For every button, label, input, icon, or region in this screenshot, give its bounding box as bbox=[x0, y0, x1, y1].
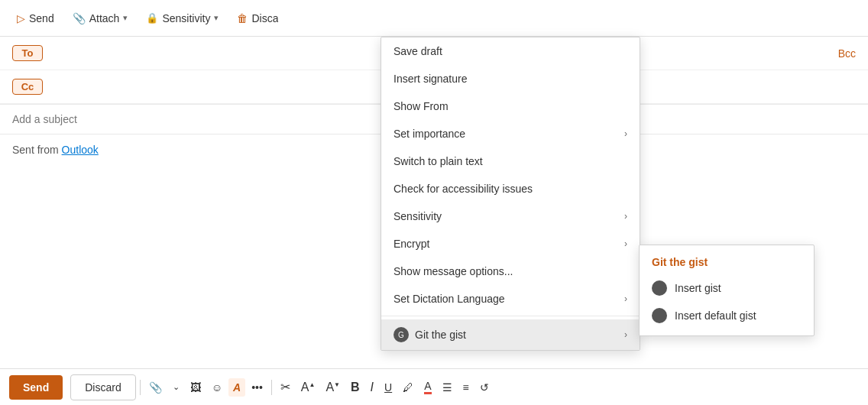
sensitivity-chevron-icon: ▾ bbox=[214, 13, 219, 23]
font-decrease-button[interactable]: A▼ bbox=[321, 377, 345, 397]
menu-item-git-gist[interactable]: G Git the gist › bbox=[381, 319, 640, 350]
send-icon: ▷ bbox=[17, 12, 25, 24]
menu-item-set-importance-label: Set importance bbox=[394, 128, 465, 140]
numbering-icon: ≡ bbox=[463, 381, 469, 394]
sensitivity-arrow-icon: › bbox=[624, 211, 627, 222]
git-gist-icon: G bbox=[394, 327, 409, 342]
submenu-insert-gist-label: Insert gist bbox=[675, 282, 721, 294]
git-gist-arrow-icon: › bbox=[624, 329, 627, 340]
cc-badge[interactable]: Cc bbox=[12, 79, 43, 95]
menu-item-save-draft[interactable]: Save draft bbox=[381, 37, 640, 65]
link-button[interactable]: A bbox=[228, 378, 245, 397]
underline-button[interactable]: U bbox=[380, 378, 397, 397]
send-button[interactable]: ▷ Send bbox=[9, 8, 62, 28]
bullets-icon: ☰ bbox=[442, 381, 452, 394]
bottom-discard-button[interactable]: Discard bbox=[70, 374, 135, 400]
menu-item-git-gist-label: Git the gist bbox=[415, 329, 466, 341]
submenu-title: Git the gist bbox=[640, 251, 814, 274]
font-increase-button[interactable]: A▲ bbox=[296, 377, 320, 397]
compose-window: ▷ Send 📎 Attach ▾ 🔒 Sensitivity ▾ 🗑 Disc… bbox=[0, 0, 868, 405]
highlight-button[interactable]: 🖊 bbox=[398, 378, 418, 397]
compose-toolbar: ▷ Send 📎 Attach ▾ 🔒 Sensitivity ▾ 🗑 Disc… bbox=[0, 0, 868, 37]
set-importance-arrow-icon: › bbox=[624, 128, 627, 139]
menu-item-switch-plain-text[interactable]: Switch to plain text bbox=[381, 147, 640, 175]
separator-left bbox=[271, 380, 272, 395]
image-button[interactable]: 🖼 bbox=[186, 378, 206, 397]
attach-chevron-icon: ▾ bbox=[123, 13, 128, 23]
menu-divider bbox=[381, 316, 640, 316]
submenu: Git the gist Insert gist Insert default … bbox=[639, 245, 815, 336]
menu-item-dictation-language[interactable]: Set Dictation Language › bbox=[381, 285, 640, 313]
italic-button[interactable]: I bbox=[366, 377, 378, 397]
menu-item-message-options[interactable]: Show message options... bbox=[381, 258, 640, 285]
more-options-button[interactable]: ••• bbox=[247, 378, 267, 397]
to-badge[interactable]: To bbox=[12, 45, 43, 61]
bottom-send-button[interactable]: Send bbox=[9, 375, 63, 400]
eraser-icon: ✂ bbox=[280, 380, 290, 394]
format-toolbar: Send Discard 📎 ⌄ 🖼 ☺ A ••• ✂ A▲ A▼ bbox=[0, 368, 868, 405]
insert-gist-icon bbox=[652, 280, 667, 296]
menu-item-accessibility-label: Check for accessibility issues bbox=[394, 183, 533, 195]
menu-item-sensitivity-label: Sensitivity bbox=[394, 210, 442, 222]
numbering-button[interactable]: ≡ bbox=[458, 378, 474, 397]
menu-item-dictation-language-label: Set Dictation Language bbox=[394, 293, 505, 305]
attach-button[interactable]: 📎 Attach ▾ bbox=[65, 8, 136, 28]
dictation-arrow-icon: › bbox=[624, 293, 627, 304]
send-label: Send bbox=[29, 12, 54, 24]
attach-chevron-btn[interactable]: ⌄ bbox=[168, 379, 184, 395]
link-icon: A bbox=[233, 381, 241, 394]
menu-item-encrypt-label: Encrypt bbox=[394, 238, 429, 250]
submenu-insert-default-gist-label: Insert default gist bbox=[675, 309, 756, 322]
emoji-icon: ☺ bbox=[212, 381, 222, 394]
menu-item-accessibility[interactable]: Check for accessibility issues bbox=[381, 175, 640, 202]
emoji-button[interactable]: ☺ bbox=[207, 378, 227, 397]
bullets-button[interactable]: ☰ bbox=[438, 378, 457, 397]
sent-from-label: Sent from bbox=[12, 144, 62, 156]
menu-item-insert-signature-label: Insert signature bbox=[394, 73, 468, 85]
sensitivity-label: Sensitivity bbox=[162, 12, 210, 24]
sensitivity-button[interactable]: 🔒 Sensitivity ▾ bbox=[138, 8, 226, 28]
menu-item-set-importance[interactable]: Set importance › bbox=[381, 120, 640, 147]
submenu-item-insert-default-gist[interactable]: Insert default gist bbox=[640, 302, 814, 329]
dropdown-menu: Save draft Insert signature Show From Se… bbox=[381, 37, 640, 351]
font-color-button[interactable]: A bbox=[419, 377, 436, 397]
bold-icon: B bbox=[351, 381, 360, 394]
attach-icon: 📎 bbox=[73, 12, 86, 24]
sensitivity-icon: 🔒 bbox=[146, 12, 158, 24]
discard-button[interactable]: 🗑 Disca bbox=[229, 8, 286, 28]
paperclip-button[interactable]: 📎 bbox=[144, 378, 167, 397]
paperclip-icon: 📎 bbox=[149, 381, 162, 394]
bold-button[interactable]: B bbox=[346, 377, 364, 397]
italic-icon: I bbox=[371, 381, 374, 394]
undo-icon: ↺ bbox=[480, 381, 489, 394]
attach-label: Attach bbox=[89, 12, 120, 24]
menu-item-show-from[interactable]: Show From bbox=[381, 92, 640, 120]
font-decrease-icon: A▼ bbox=[326, 381, 340, 394]
outlook-link[interactable]: Outlook bbox=[62, 144, 99, 156]
menu-item-sensitivity[interactable]: Sensitivity › bbox=[381, 202, 640, 230]
underline-icon: U bbox=[384, 381, 392, 394]
eraser-button[interactable]: ✂ bbox=[276, 377, 295, 397]
discard-label: Disca bbox=[251, 12, 278, 24]
more-options-icon: ••• bbox=[251, 381, 263, 394]
bcc-link[interactable]: Bcc bbox=[838, 47, 856, 60]
menu-item-encrypt[interactable]: Encrypt › bbox=[381, 230, 640, 258]
separator-1 bbox=[140, 380, 141, 395]
undo-button[interactable]: ↺ bbox=[475, 378, 494, 397]
encrypt-arrow-icon: › bbox=[624, 238, 627, 249]
menu-item-switch-plain-text-label: Switch to plain text bbox=[394, 155, 483, 167]
submenu-item-insert-gist[interactable]: Insert gist bbox=[640, 274, 814, 302]
menu-item-show-from-label: Show From bbox=[394, 100, 449, 112]
highlight-icon: 🖊 bbox=[403, 381, 413, 394]
attach-dropdown-icon: ⌄ bbox=[173, 382, 180, 392]
font-increase-icon: A▲ bbox=[301, 381, 316, 394]
discard-icon: 🗑 bbox=[237, 12, 248, 24]
font-color-icon: A bbox=[424, 380, 431, 394]
image-icon: 🖼 bbox=[190, 381, 201, 394]
menu-item-save-draft-label: Save draft bbox=[394, 45, 442, 57]
menu-item-insert-signature[interactable]: Insert signature bbox=[381, 65, 640, 92]
insert-default-gist-icon bbox=[652, 308, 667, 323]
menu-item-message-options-label: Show message options... bbox=[394, 265, 513, 277]
